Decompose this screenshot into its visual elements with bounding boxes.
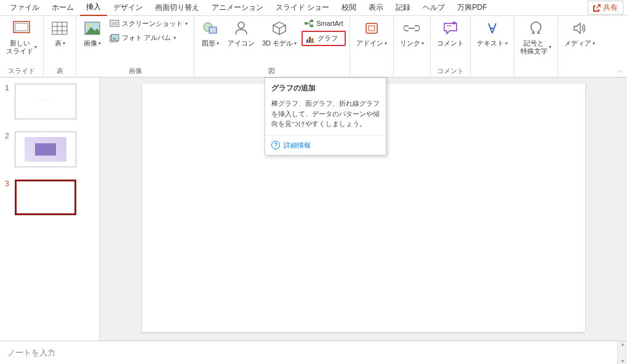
link-button[interactable]: リンク▾ [397,17,426,49]
image-label: 画像 [84,39,97,47]
share-button[interactable]: 共有 [588,1,623,15]
group-slides: 新しい スライド▾ スライド [0,16,44,77]
tab-review[interactable]: 校閲 [335,0,362,15]
tooltip-more-info[interactable]: ? 詳細情報 [265,135,386,155]
tab-design[interactable]: デザイン [107,0,149,15]
group-link: リンク▾ [394,16,431,77]
chart-tooltip: グラフの追加 棒グラフ、面グラフ、折れ線グラフを挿入して、データのパターンや傾向… [265,77,386,156]
photo-album-label: フォト アルバム [122,33,171,42]
text-button[interactable]: テキスト▾ [474,17,510,49]
group-addins: アドイン▾ [350,16,394,77]
comment-label: コメント [437,39,464,47]
new-slide-button[interactable]: 新しい スライド▾ [4,17,39,57]
icons-icon [231,18,251,38]
group-tables-label: 表 [57,65,63,77]
group-link-label [411,67,413,77]
svg-rect-12 [111,34,119,41]
svg-rect-20 [311,38,313,42]
svg-rect-2 [52,22,67,34]
group-images: 画像▾ スクリーンショット ▾ フォト アルバム ▾ 画像 [76,16,194,77]
photo-album-button[interactable]: フォト アルバム ▾ [107,31,190,44]
tab-home[interactable]: ホーム [46,0,80,15]
link-label: リンク [400,39,420,47]
group-addins-label [370,67,372,77]
screenshot-icon [110,20,119,28]
chevron-down-icon: ▾ [34,44,37,50]
help-icon: ? [271,141,280,149]
addins-button[interactable]: アドイン▾ [354,17,389,49]
text-icon [482,18,502,38]
ribbon: 新しい スライド▾ スライド 表▾ 表 画像▾ [0,16,627,77]
group-illustrations-label: 図 [268,65,275,77]
text-label: テキスト [477,39,504,47]
group-comment-label: コメント [437,65,464,77]
tooltip-title: グラフの追加 [265,78,386,96]
screenshot-label: スクリーンショット [122,19,183,28]
chevron-down-icon: ▾ [294,41,297,47]
collapse-ribbon-icon[interactable]: ︿ [617,66,623,75]
smartart-button[interactable]: SmartArt [302,17,345,30]
chevron-down-icon: ▾ [217,41,219,47]
ribbon-tabs: ファイル ホーム 挿入 デザイン 画面切り替え アニメーション スライド ショー… [0,0,627,16]
shapes-button[interactable]: 図形▾ [198,17,223,49]
group-symbols-label [535,67,537,77]
omega-icon [526,18,546,38]
slide-thumb-3[interactable]: 3 [0,173,99,221]
3d-model-button[interactable]: 3D モデル▾ [260,17,299,49]
group-slides-label: スライド [8,65,35,77]
group-media-label [578,67,580,77]
chevron-down-icon: ▾ [185,21,188,26]
speaker-icon [570,18,589,38]
tab-file[interactable]: ファイル [4,0,46,15]
notes-placeholder: ノートを入力 [7,347,55,358]
group-text-label [491,67,493,77]
slide-thumb-1[interactable]: 1 ・・・・・ [0,77,99,125]
group-text: テキスト▾ [471,16,514,77]
symbols-button[interactable]: 記号と 特殊文字▾ [518,17,554,57]
slide-thumb-2[interactable]: 2 [0,125,99,173]
smartart-icon [304,19,314,28]
tab-slideshow[interactable]: スライド ショー [270,0,335,15]
link-icon [402,18,421,38]
table-icon [50,18,70,38]
chevron-down-icon: ▾ [174,35,176,41]
chart-label: グラフ [317,34,338,43]
slide-number: 3 [5,180,11,215]
icons-button[interactable]: アイコン [225,17,257,49]
tab-record[interactable]: 記録 [389,0,417,15]
svg-rect-17 [310,25,313,27]
svg-rect-22 [366,23,377,33]
tab-transitions[interactable]: 画面切り替え [149,0,206,15]
tab-help[interactable]: ヘルプ [417,0,451,15]
thumbnail [15,180,76,215]
group-media: メディア▾ [558,16,601,77]
screenshot-button[interactable]: スクリーンショット ▾ [107,17,190,30]
slide-number: 1 [5,84,11,119]
media-button[interactable]: メディア▾ [562,17,597,49]
table-button[interactable]: 表▾ [47,17,72,49]
svg-rect-14 [209,27,217,33]
notes-pane[interactable]: ノートを入力 ▴▾ [0,341,627,364]
tab-insert[interactable]: 挿入 [80,0,107,17]
svg-rect-10 [111,22,118,25]
chart-icon [305,34,315,43]
group-tables: 表▾ 表 [44,16,76,77]
comment-button[interactable]: コメント [434,17,466,49]
group-comment: コメント コメント [431,16,471,77]
shapes-icon [201,18,220,38]
cube-icon [270,18,289,38]
chevron-down-icon: ▾ [549,44,551,50]
tab-wanxing[interactable]: 万興PDF [451,0,493,15]
tab-animations[interactable]: アニメーション [206,0,270,15]
tab-view[interactable]: 表示 [362,0,389,15]
group-symbols: 記号と 特殊文字▾ [514,16,558,77]
shapes-label: 図形 [202,39,215,47]
notes-scrollbar[interactable]: ▴▾ [617,341,627,364]
chevron-down-icon: ▾ [421,41,424,47]
image-button[interactable]: 画像▾ [80,17,105,49]
slide-thumbnails-panel: 1 ・・・・・ 2 3 [0,77,100,341]
thumbnail [15,132,76,167]
chart-button[interactable]: グラフ [302,31,345,46]
group-illustrations: 図形▾ アイコン 3D モデル▾ SmartArt [194,16,350,77]
image-icon [82,18,102,38]
